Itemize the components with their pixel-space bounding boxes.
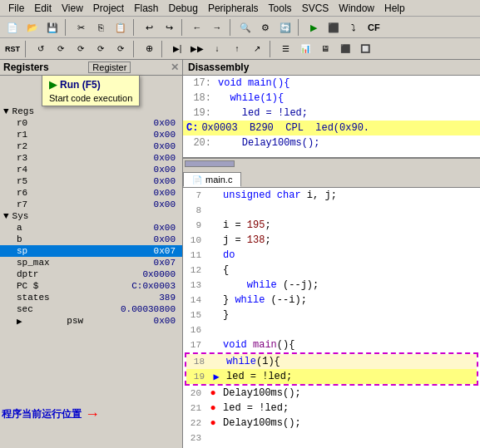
menu-peripherals[interactable]: Peripherals bbox=[203, 2, 264, 14]
menu-window[interactable]: Window bbox=[334, 2, 379, 14]
reg-r6[interactable]: r60x00 bbox=[0, 187, 182, 199]
t2-btn9[interactable]: ↓ bbox=[208, 40, 226, 58]
tab-main-c[interactable]: 📄 main.c bbox=[183, 172, 241, 187]
cf-label: CF bbox=[368, 22, 380, 32]
build-button[interactable]: ⚙ bbox=[256, 18, 275, 37]
reg-dptr[interactable]: dptr0x0000 bbox=[0, 268, 182, 280]
t2-btn16[interactable]: 🔲 bbox=[356, 40, 374, 58]
menu-file[interactable]: File bbox=[3, 2, 29, 14]
tab-bar: 📄 main.c bbox=[183, 169, 480, 187]
disasm-code-19: led = !led; bbox=[218, 106, 308, 121]
reg-states[interactable]: states389 bbox=[0, 292, 182, 303]
t2-btn12[interactable]: ☰ bbox=[276, 40, 294, 58]
paste-button[interactable]: 📋 bbox=[111, 18, 130, 37]
t2-btn3[interactable]: ⟳ bbox=[72, 40, 90, 58]
sys-group-label: Sys bbox=[12, 211, 29, 221]
menu-help[interactable]: Help bbox=[379, 2, 410, 14]
reg-r4[interactable]: r40x00 bbox=[0, 164, 182, 175]
t2-btn6[interactable]: ⊕ bbox=[140, 40, 158, 58]
t2-btn10[interactable]: ↑ bbox=[228, 40, 246, 58]
disasm-scrollbar[interactable] bbox=[183, 159, 480, 169]
reg-r5[interactable]: r50x00 bbox=[0, 175, 182, 187]
disasm-content[interactable]: 17: void main(){ 18: while(1){ 19: led =… bbox=[183, 76, 480, 159]
redo-button[interactable]: ↪ bbox=[160, 18, 178, 37]
t2-btn13[interactable]: 📊 bbox=[296, 40, 314, 58]
sys-group-header[interactable]: ▼ Sys bbox=[0, 210, 182, 222]
reg-sp[interactable]: sp0x07 bbox=[0, 245, 182, 257]
t2-btn4[interactable]: ⟳ bbox=[92, 40, 110, 58]
reg-sp-max[interactable]: sp_max0x07 bbox=[0, 257, 182, 268]
registers-panel: Registers Register ✕ ▶ Run (F5) Start co… bbox=[0, 60, 183, 448]
rebuild-button[interactable]: 🔄 bbox=[276, 18, 294, 37]
src-line-20: 20 ● Delay100ms(); bbox=[183, 386, 480, 401]
bp-marker-21[interactable]: ● bbox=[206, 402, 220, 414]
disasm-code-18: while(1){ bbox=[218, 91, 284, 106]
step-button[interactable]: ⤵ bbox=[344, 18, 363, 37]
stop-button[interactable]: ⬛ bbox=[324, 18, 343, 37]
disasm-line-current: C: 0x0003 B290 CPL led(0x90. bbox=[183, 121, 480, 135]
main-layout: Registers Register ✕ ▶ Run (F5) Start co… bbox=[0, 60, 480, 448]
disasm-hscroll-thumb[interactable] bbox=[185, 160, 235, 167]
register-dropdown-btn[interactable]: Register bbox=[88, 62, 131, 73]
cut-button[interactable]: ✂ bbox=[72, 18, 90, 37]
disasm-line-19: 19: led = !led; bbox=[183, 106, 480, 121]
reg-r1[interactable]: r10x00 bbox=[0, 129, 182, 140]
reg-r3[interactable]: r30x00 bbox=[0, 152, 182, 164]
menu-debug[interactable]: Debug bbox=[164, 2, 203, 14]
t2-btn1[interactable]: ↺ bbox=[32, 40, 50, 58]
menu-edit[interactable]: Edit bbox=[29, 2, 57, 14]
t2-btn14[interactable]: 🖥 bbox=[316, 40, 334, 58]
panel-close-icon[interactable]: ✕ bbox=[171, 62, 179, 73]
t2-btn7[interactable]: ▶| bbox=[168, 40, 186, 58]
bp-marker-20[interactable]: ● bbox=[206, 387, 220, 399]
reg-sec[interactable]: sec0.00030800 bbox=[0, 303, 182, 315]
rst-button[interactable]: RST bbox=[3, 40, 22, 58]
toolbar2-sep-1 bbox=[25, 41, 28, 57]
t2-btn15[interactable]: ⬛ bbox=[336, 40, 354, 58]
back-button[interactable]: ← bbox=[188, 18, 206, 37]
src-line-13: 13 while (--j); bbox=[183, 278, 480, 293]
src-line-21: 21 ● led = !led; bbox=[183, 401, 480, 416]
annotation-arrow-icon: → bbox=[85, 406, 100, 423]
registers-label: Registers bbox=[3, 62, 49, 73]
menu-project[interactable]: Project bbox=[88, 2, 129, 14]
undo-button[interactable]: ↩ bbox=[140, 18, 158, 37]
disasm-num-18: 18: bbox=[186, 91, 211, 106]
source-content[interactable]: 7 unsigned char i, j; 8 9 i = 195; 10 j … bbox=[183, 187, 480, 448]
registers-title: Registers Register ✕ bbox=[0, 60, 182, 76]
reg-a[interactable]: a0x00 bbox=[0, 222, 182, 234]
reg-pc[interactable]: PC $C:0x0003 bbox=[0, 280, 182, 292]
copy-button[interactable]: ⎘ bbox=[92, 18, 110, 37]
annotation: 程序当前运行位置 → bbox=[2, 406, 100, 423]
save-button[interactable]: 💾 bbox=[43, 18, 62, 37]
open-button[interactable]: 📂 bbox=[23, 18, 42, 37]
menu-tools[interactable]: Tools bbox=[264, 2, 297, 14]
menu-svcs[interactable]: SVCS bbox=[297, 2, 334, 14]
reg-r2[interactable]: r20x00 bbox=[0, 140, 182, 152]
new-button[interactable]: 📄 bbox=[3, 18, 22, 37]
reg-b[interactable]: b0x00 bbox=[0, 234, 182, 245]
reg-psw[interactable]: ▶ psw0x00 bbox=[0, 315, 182, 327]
find-button[interactable]: 🔍 bbox=[236, 18, 255, 37]
src-line-17: 17 void main(){ bbox=[183, 337, 480, 352]
bp-marker-22[interactable]: ● bbox=[206, 417, 220, 429]
run-popup-title: ▶ Run (F5) bbox=[49, 77, 132, 92]
t2-btn5[interactable]: ⟳ bbox=[111, 40, 130, 58]
regs-group-label: Regs bbox=[12, 106, 34, 116]
disasm-num-19: 19: bbox=[186, 106, 211, 121]
toolbar-sep-2 bbox=[133, 19, 136, 36]
toolbar-1: 📄 📂 💾 ✂ ⎘ 📋 ↩ ↪ ← → 🔍 ⚙ 🔄 ▶ ⬛ ⤵ CF bbox=[0, 17, 480, 38]
t2-btn8[interactable]: ▶▶ bbox=[188, 40, 206, 58]
run-button[interactable]: ▶ bbox=[304, 18, 323, 37]
reg-r7[interactable]: r70x00 bbox=[0, 199, 182, 210]
run-popup: ▶ Run (F5) Start code execution bbox=[42, 75, 140, 106]
disasm-line-20: 20: Delay100ms(); bbox=[183, 135, 480, 150]
t2-btn2[interactable]: ⟳ bbox=[52, 40, 70, 58]
t2-btn11[interactable]: ↗ bbox=[248, 40, 266, 58]
regs-group-header[interactable]: ▼ Regs bbox=[0, 106, 182, 117]
regs-group: ▼ Regs r00x00 r10x00 r20x00 r30x00 r40x0… bbox=[0, 106, 182, 210]
menu-view[interactable]: View bbox=[57, 2, 88, 14]
fwd-button[interactable]: → bbox=[208, 18, 226, 37]
reg-r0[interactable]: r00x00 bbox=[0, 117, 182, 129]
menu-flash[interactable]: Flash bbox=[129, 2, 163, 14]
